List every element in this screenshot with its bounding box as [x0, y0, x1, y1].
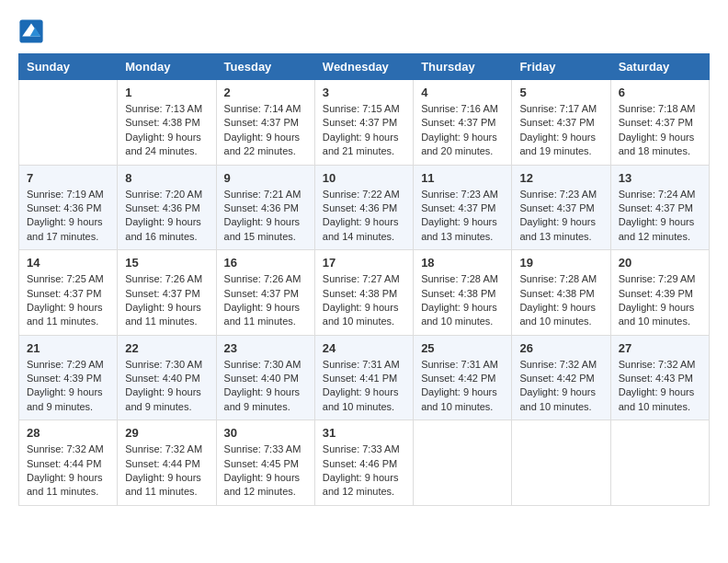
calendar-cell: 18Sunrise: 7:28 AM Sunset: 4:38 PM Dayli… — [414, 250, 512, 336]
cell-content: Sunrise: 7:15 AM Sunset: 4:37 PM Dayligh… — [323, 102, 405, 159]
calendar-cell: 21Sunrise: 7:29 AM Sunset: 4:39 PM Dayli… — [19, 335, 118, 420]
calendar-cell: 10Sunrise: 7:22 AM Sunset: 4:36 PM Dayli… — [314, 165, 413, 250]
calendar-header: SundayMondayTuesdayWednesdayThursdayFrid… — [19, 54, 710, 80]
cell-content: Sunrise: 7:17 AM Sunset: 4:37 PM Dayligh… — [519, 102, 602, 159]
cell-content: Sunrise: 7:30 AM Sunset: 4:40 PM Dayligh… — [125, 358, 208, 415]
cell-content: Sunrise: 7:32 AM Sunset: 4:42 PM Dayligh… — [519, 358, 602, 415]
cell-content: Sunrise: 7:31 AM Sunset: 4:41 PM Dayligh… — [323, 358, 405, 415]
day-number: 10 — [323, 171, 405, 185]
calendar-cell: 11Sunrise: 7:23 AM Sunset: 4:37 PM Dayli… — [414, 165, 512, 250]
calendar-cell: 27Sunrise: 7:32 AM Sunset: 4:43 PM Dayli… — [610, 335, 709, 420]
calendar-week-row: 7Sunrise: 7:19 AM Sunset: 4:36 PM Daylig… — [19, 165, 710, 250]
calendar-cell: 5Sunrise: 7:17 AM Sunset: 4:37 PM Daylig… — [512, 80, 610, 166]
cell-content: Sunrise: 7:28 AM Sunset: 4:38 PM Dayligh… — [421, 272, 504, 329]
cell-content: Sunrise: 7:13 AM Sunset: 4:38 PM Dayligh… — [125, 102, 208, 159]
calendar-week-row: 21Sunrise: 7:29 AM Sunset: 4:39 PM Dayli… — [19, 335, 710, 420]
calendar-cell: 3Sunrise: 7:15 AM Sunset: 4:37 PM Daylig… — [314, 80, 413, 166]
day-number: 17 — [323, 256, 405, 270]
calendar-cell — [19, 80, 118, 166]
cell-content: Sunrise: 7:16 AM Sunset: 4:37 PM Dayligh… — [421, 102, 504, 159]
day-number: 24 — [323, 341, 405, 355]
calendar-cell: 20Sunrise: 7:29 AM Sunset: 4:39 PM Dayli… — [610, 250, 709, 336]
day-number: 27 — [619, 341, 701, 355]
day-number: 14 — [27, 256, 109, 270]
day-number: 9 — [224, 171, 307, 185]
cell-content: Sunrise: 7:30 AM Sunset: 4:40 PM Dayligh… — [224, 358, 307, 415]
day-of-week-header: Sunday — [19, 54, 118, 80]
calendar-cell: 15Sunrise: 7:26 AM Sunset: 4:37 PM Dayli… — [118, 250, 216, 336]
calendar-cell: 29Sunrise: 7:32 AM Sunset: 4:44 PM Dayli… — [118, 420, 216, 506]
day-number: 3 — [323, 86, 405, 99]
cell-content: Sunrise: 7:14 AM Sunset: 4:37 PM Dayligh… — [224, 102, 307, 159]
cell-content: Sunrise: 7:32 AM Sunset: 4:44 PM Dayligh… — [27, 442, 109, 500]
day-number: 30 — [224, 426, 307, 440]
calendar-cell: 12Sunrise: 7:23 AM Sunset: 4:37 PM Dayli… — [512, 165, 610, 250]
calendar-cell: 4Sunrise: 7:16 AM Sunset: 4:37 PM Daylig… — [414, 80, 512, 166]
day-number: 22 — [125, 341, 208, 355]
cell-content: Sunrise: 7:23 AM Sunset: 4:37 PM Dayligh… — [519, 188, 602, 245]
cell-content: Sunrise: 7:18 AM Sunset: 4:37 PM Dayligh… — [619, 102, 701, 159]
calendar-table: SundayMondayTuesdayWednesdayThursdayFrid… — [18, 53, 710, 506]
day-of-week-header: Thursday — [414, 54, 512, 80]
day-number: 20 — [619, 256, 701, 270]
day-of-week-header: Tuesday — [216, 54, 314, 80]
day-number: 5 — [519, 86, 602, 99]
logo-icon — [18, 18, 44, 44]
cell-content: Sunrise: 7:33 AM Sunset: 4:46 PM Dayligh… — [323, 442, 405, 500]
day-number: 11 — [421, 171, 504, 185]
cell-content: Sunrise: 7:22 AM Sunset: 4:36 PM Dayligh… — [323, 188, 405, 245]
calendar-cell: 25Sunrise: 7:31 AM Sunset: 4:42 PM Dayli… — [414, 335, 512, 420]
calendar-week-row: 14Sunrise: 7:25 AM Sunset: 4:37 PM Dayli… — [19, 250, 710, 336]
cell-content: Sunrise: 7:27 AM Sunset: 4:38 PM Dayligh… — [323, 272, 405, 329]
calendar-cell: 6Sunrise: 7:18 AM Sunset: 4:37 PM Daylig… — [610, 80, 709, 166]
day-number: 12 — [519, 171, 602, 185]
cell-content: Sunrise: 7:26 AM Sunset: 4:37 PM Dayligh… — [125, 272, 208, 329]
calendar-cell: 13Sunrise: 7:24 AM Sunset: 4:37 PM Dayli… — [610, 165, 709, 250]
day-number: 16 — [224, 256, 307, 270]
cell-content: Sunrise: 7:28 AM Sunset: 4:38 PM Dayligh… — [519, 272, 602, 329]
cell-content: Sunrise: 7:31 AM Sunset: 4:42 PM Dayligh… — [421, 358, 504, 415]
cell-content: Sunrise: 7:23 AM Sunset: 4:37 PM Dayligh… — [421, 188, 504, 245]
calendar-cell: 22Sunrise: 7:30 AM Sunset: 4:40 PM Dayli… — [118, 335, 216, 420]
calendar-cell: 2Sunrise: 7:14 AM Sunset: 4:37 PM Daylig… — [216, 80, 314, 166]
day-number: 4 — [421, 86, 504, 99]
day-number: 23 — [224, 341, 307, 355]
day-of-week-header: Friday — [512, 54, 610, 80]
cell-content: Sunrise: 7:19 AM Sunset: 4:36 PM Dayligh… — [27, 188, 109, 245]
calendar-cell — [414, 420, 512, 506]
day-number: 2 — [224, 86, 307, 99]
cell-content: Sunrise: 7:26 AM Sunset: 4:37 PM Dayligh… — [224, 272, 307, 329]
cell-content: Sunrise: 7:32 AM Sunset: 4:44 PM Dayligh… — [125, 442, 208, 500]
calendar-cell: 23Sunrise: 7:30 AM Sunset: 4:40 PM Dayli… — [216, 335, 314, 420]
calendar-cell: 26Sunrise: 7:32 AM Sunset: 4:42 PM Dayli… — [512, 335, 610, 420]
calendar-cell: 9Sunrise: 7:21 AM Sunset: 4:36 PM Daylig… — [216, 165, 314, 250]
day-number: 6 — [619, 86, 701, 99]
day-number: 29 — [125, 426, 208, 440]
cell-content: Sunrise: 7:29 AM Sunset: 4:39 PM Dayligh… — [27, 358, 109, 415]
day-of-week-header: Saturday — [610, 54, 709, 80]
calendar-cell: 31Sunrise: 7:33 AM Sunset: 4:46 PM Dayli… — [314, 420, 413, 506]
day-number: 19 — [519, 256, 602, 270]
day-number: 21 — [27, 341, 109, 355]
calendar-cell: 28Sunrise: 7:32 AM Sunset: 4:44 PM Dayli… — [19, 420, 118, 506]
day-number: 7 — [27, 171, 109, 185]
calendar-cell: 14Sunrise: 7:25 AM Sunset: 4:37 PM Dayli… — [19, 250, 118, 336]
calendar-cell: 1Sunrise: 7:13 AM Sunset: 4:38 PM Daylig… — [118, 80, 216, 166]
logo — [18, 18, 46, 44]
calendar-cell: 7Sunrise: 7:19 AM Sunset: 4:36 PM Daylig… — [19, 165, 118, 250]
day-number: 31 — [323, 426, 405, 440]
cell-content: Sunrise: 7:33 AM Sunset: 4:45 PM Dayligh… — [224, 442, 307, 500]
day-of-week-header: Wednesday — [314, 54, 413, 80]
calendar-cell: 17Sunrise: 7:27 AM Sunset: 4:38 PM Dayli… — [314, 250, 413, 336]
day-number: 28 — [27, 426, 109, 440]
calendar-cell: 19Sunrise: 7:28 AM Sunset: 4:38 PM Dayli… — [512, 250, 610, 336]
day-number: 25 — [421, 341, 504, 355]
day-number: 13 — [619, 171, 701, 185]
day-number: 15 — [125, 256, 208, 270]
calendar-cell: 8Sunrise: 7:20 AM Sunset: 4:36 PM Daylig… — [118, 165, 216, 250]
calendar-cell: 24Sunrise: 7:31 AM Sunset: 4:41 PM Dayli… — [314, 335, 413, 420]
cell-content: Sunrise: 7:29 AM Sunset: 4:39 PM Dayligh… — [619, 272, 701, 329]
day-number: 26 — [519, 341, 602, 355]
page-header — [18, 18, 710, 44]
cell-content: Sunrise: 7:25 AM Sunset: 4:37 PM Dayligh… — [27, 272, 109, 329]
